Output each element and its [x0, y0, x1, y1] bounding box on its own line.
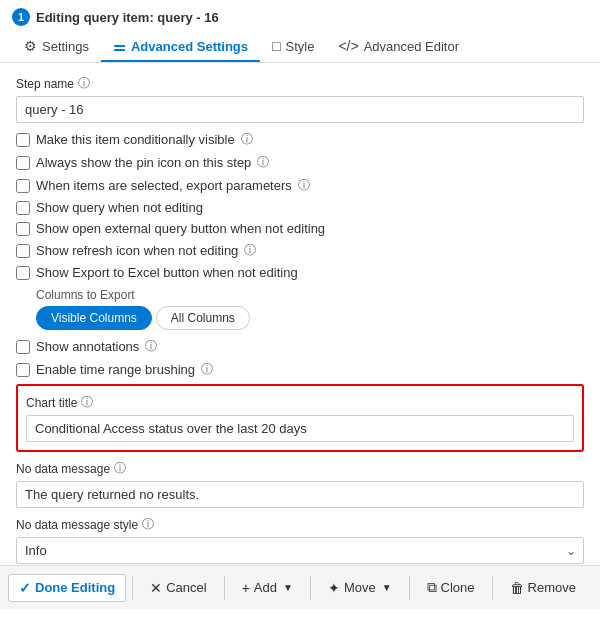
checkbox-export-params-input[interactable] — [16, 179, 30, 193]
tab-style[interactable]: □ Style — [260, 32, 326, 62]
checkbox-show-query: Show query when not editing — [16, 200, 584, 215]
style-icon: □ — [272, 38, 280, 54]
tab-advanced-editor[interactable]: </> Advanced Editor — [326, 32, 471, 62]
remove-button[interactable]: 🗑 Remove — [499, 574, 587, 602]
no-data-message-info-icon[interactable]: ⓘ — [114, 460, 126, 477]
footer-divider-1 — [132, 576, 133, 600]
cancel-icon: ✕ — [150, 580, 162, 596]
done-editing-button[interactable]: ✓ Done Editing — [8, 574, 126, 602]
conditionally-visible-info-icon[interactable]: ⓘ — [241, 131, 253, 148]
no-data-message-style-label: No data message style ⓘ — [16, 516, 584, 533]
settings-icon: ⚙ — [24, 38, 37, 54]
checkbox-show-external: Show open external query button when not… — [16, 221, 584, 236]
clone-button[interactable]: ⧉ Clone — [416, 573, 486, 602]
no-data-message-style-info-icon[interactable]: ⓘ — [142, 516, 154, 533]
no-data-message-style-select[interactable]: Info Warning Error — [16, 537, 584, 564]
clone-icon: ⧉ — [427, 579, 437, 596]
checkbox-show-export-excel-input[interactable] — [16, 266, 30, 280]
checkbox-export-params: When items are selected, export paramete… — [16, 177, 584, 194]
visible-columns-btn[interactable]: Visible Columns — [36, 306, 152, 330]
step-badge: 1 — [12, 8, 30, 26]
footer-divider-5 — [492, 576, 493, 600]
move-dropdown-arrow-icon: ▼ — [382, 582, 392, 593]
checkbox-conditionally-visible-input[interactable] — [16, 133, 30, 147]
time-range-brushing-info-icon[interactable]: ⓘ — [201, 361, 213, 378]
pin-icon-info-icon[interactable]: ⓘ — [257, 154, 269, 171]
advanced-editor-icon: </> — [338, 38, 358, 54]
show-annotations-info-icon[interactable]: ⓘ — [145, 338, 157, 355]
header: 1 Editing query item: query - 16 ⚙ Setti… — [0, 0, 600, 63]
add-button[interactable]: + Add ▼ — [231, 574, 304, 602]
footer-divider-4 — [409, 576, 410, 600]
checkbox-show-external-input[interactable] — [16, 222, 30, 236]
checkbox-show-annotations-input[interactable] — [16, 340, 30, 354]
checkbox-time-range-brushing: Enable time range brushing ⓘ — [16, 361, 584, 378]
checkbox-pin-icon: Always show the pin icon on this step ⓘ — [16, 154, 584, 171]
checkbox-show-query-input[interactable] — [16, 201, 30, 215]
checkbox-show-refresh-input[interactable] — [16, 244, 30, 258]
page-title: 1 Editing query item: query - 16 — [12, 8, 588, 26]
no-data-message-style-wrapper: Info Warning Error ⌄ — [16, 537, 584, 564]
checkbox-show-export-excel: Show Export to Excel button when not edi… — [16, 265, 584, 280]
tab-settings[interactable]: ⚙ Settings — [12, 32, 101, 62]
checkbox-show-refresh: Show refresh icon when not editing ⓘ — [16, 242, 584, 259]
footer: ✓ Done Editing ✕ Cancel + Add ▼ ✦ Move ▼… — [0, 565, 600, 609]
chart-title-section: Chart title ⓘ — [16, 384, 584, 452]
columns-to-export-label: Columns to Export — [16, 288, 584, 302]
chart-title-info-icon[interactable]: ⓘ — [81, 394, 93, 411]
all-columns-btn[interactable]: All Columns — [156, 306, 250, 330]
export-params-info-icon[interactable]: ⓘ — [298, 177, 310, 194]
footer-divider-3 — [310, 576, 311, 600]
move-icon: ✦ — [328, 580, 340, 596]
checkbox-conditionally-visible: Make this item conditionally visible ⓘ — [16, 131, 584, 148]
add-icon: + — [242, 580, 250, 596]
step-name-info-icon[interactable]: ⓘ — [78, 75, 90, 92]
content-area: Step name ⓘ Make this item conditionally… — [0, 63, 600, 565]
checkbox-time-range-brushing-input[interactable] — [16, 363, 30, 377]
chart-title-input[interactable] — [26, 415, 574, 442]
checkbox-pin-icon-input[interactable] — [16, 156, 30, 170]
step-name-label: Step name ⓘ — [16, 75, 584, 92]
show-refresh-info-icon[interactable]: ⓘ — [244, 242, 256, 259]
columns-toggle-group: Visible Columns All Columns — [16, 306, 584, 330]
add-dropdown-arrow-icon: ▼ — [283, 582, 293, 593]
footer-divider-2 — [224, 576, 225, 600]
chart-title-label: Chart title ⓘ — [26, 394, 574, 411]
no-data-message-input[interactable] — [16, 481, 584, 508]
move-button[interactable]: ✦ Move ▼ — [317, 574, 403, 602]
no-data-message-label: No data message ⓘ — [16, 460, 584, 477]
checkbox-show-annotations: Show annotations ⓘ — [16, 338, 584, 355]
advanced-settings-icon: ⚌ — [113, 38, 126, 54]
done-editing-icon: ✓ — [19, 580, 31, 596]
remove-icon: 🗑 — [510, 580, 524, 596]
step-name-input[interactable] — [16, 96, 584, 123]
tab-advanced-settings[interactable]: ⚌ Advanced Settings — [101, 32, 260, 62]
cancel-button[interactable]: ✕ Cancel — [139, 574, 217, 602]
tab-bar: ⚙ Settings ⚌ Advanced Settings □ Style <… — [12, 32, 588, 62]
